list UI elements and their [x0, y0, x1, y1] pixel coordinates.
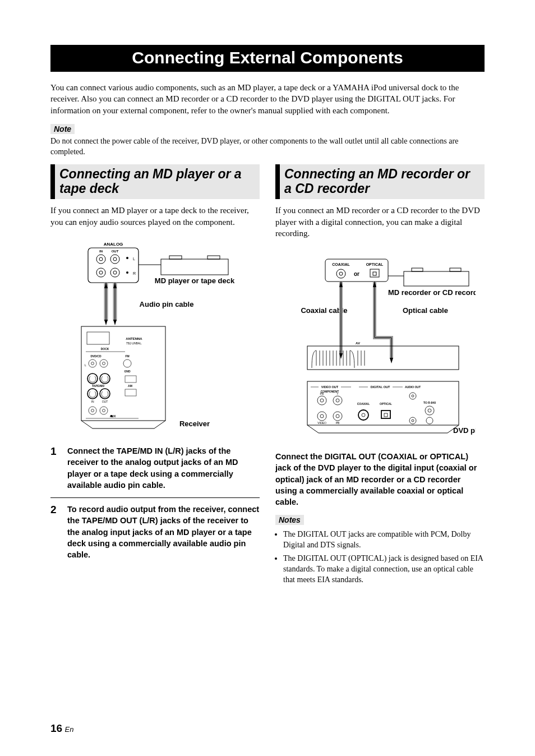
svg-rect-46: [450, 268, 461, 271]
svg-point-25: [102, 362, 105, 365]
svg-point-87: [412, 420, 414, 422]
right-notes-list: The DIGITAL OUT jacks are compatible wit…: [275, 529, 485, 586]
svg-point-33: [89, 407, 96, 414]
svg-point-90: [426, 417, 433, 424]
dia-receiver-label: Receiver: [179, 420, 209, 428]
left-diagram: ANALOG IN OUT L R MD player or tape deck: [50, 237, 260, 435]
step-2: 2 To record audio output from the receiv…: [50, 504, 260, 567]
svg-point-1: [96, 255, 105, 264]
dia-pb: PB: [335, 421, 339, 425]
svg-point-9: [126, 257, 128, 259]
svg-marker-50: [390, 358, 393, 363]
step-1-text: Connect the TAPE/MD IN (L/R) jacks of th…: [67, 445, 260, 491]
svg-rect-44: [404, 271, 469, 286]
svg-point-41: [339, 272, 343, 275]
svg-point-76: [317, 412, 326, 421]
dia-dvdcd: DVD/CD: [90, 354, 102, 358]
page-banner: Connecting External Components: [50, 45, 485, 72]
svg-point-78: [333, 412, 342, 421]
svg-rect-20: [87, 332, 109, 344]
svg-point-34: [91, 409, 94, 412]
step-2-num: 2: [50, 504, 59, 560]
left-section-header: Connecting an MD player or a tape deck: [50, 164, 260, 200]
svg-point-6: [99, 271, 103, 274]
svg-point-81: [362, 413, 365, 417]
left-section-intro: If you connect an MD player or a tape de…: [50, 205, 260, 228]
dia-am: AM: [128, 384, 132, 388]
svg-rect-83: [384, 413, 388, 417]
svg-point-85: [412, 395, 414, 397]
step-1: 1 Connect the TAPE/MD IN (L/R) jacks of …: [50, 445, 260, 498]
left-column: Connecting an MD player or a tape deck I…: [50, 164, 260, 589]
svg-point-24: [100, 359, 108, 367]
svg-point-4: [113, 257, 117, 261]
svg-rect-45: [412, 268, 423, 271]
dia-md-player-label: MD player or tape deck: [154, 276, 234, 285]
right-notes-label: Notes: [275, 515, 304, 525]
svg-point-40: [336, 269, 345, 278]
dia-audio-pin-cable: Audio pin cable: [139, 300, 193, 308]
right-section-header: Connecting an MD recorder or a CD record…: [275, 164, 485, 200]
svg-point-80: [358, 410, 368, 420]
dia-audio-out: AUDIO OUT: [404, 385, 420, 389]
svg-point-74: [333, 396, 342, 405]
svg-point-38: [110, 415, 113, 417]
dia-fm: FM: [125, 354, 129, 358]
svg-rect-82: [381, 411, 390, 418]
dia-in-label: IN: [99, 250, 103, 253]
svg-rect-42: [370, 269, 379, 277]
dia-pr: PR: [320, 392, 324, 395]
dia-video-out: VIDEO OUT: [321, 385, 338, 389]
svg-rect-13: [207, 256, 220, 259]
page-number-main: 16: [50, 722, 62, 734]
dia-coax-lbl: COAXIAL: [332, 262, 350, 266]
page-number: 16 En: [50, 722, 74, 735]
step-1-num: 1: [50, 445, 59, 491]
dia-coaxial2: COAXIAL: [357, 402, 370, 405]
svg-point-86: [409, 417, 416, 424]
dia-l2: L: [85, 363, 86, 367]
svg-point-89: [428, 409, 431, 412]
svg-rect-52: [307, 346, 459, 370]
dia-gnd: GND: [124, 370, 131, 373]
dia-opt-lbl: OPTICAL: [366, 262, 383, 266]
svg-point-88: [425, 406, 434, 415]
svg-point-77: [320, 414, 324, 418]
dia-optical2: OPTICAL: [380, 402, 392, 405]
dia-l-label: L: [133, 257, 135, 261]
svg-point-5: [96, 268, 105, 277]
dia-tapemd: TAPE/MD: [91, 384, 104, 388]
svg-point-79: [336, 414, 339, 418]
svg-point-22: [89, 359, 96, 367]
svg-point-72: [317, 396, 326, 405]
dia-dvd-label: DVD player: [453, 426, 476, 435]
svg-point-36: [102, 409, 105, 412]
note-label: Note: [50, 124, 75, 134]
svg-point-3: [110, 255, 119, 264]
dia-r-label: R: [133, 271, 136, 275]
svg-point-2: [99, 257, 103, 261]
svg-rect-12: [169, 256, 182, 259]
dia-dock: DOCK: [100, 347, 109, 351]
svg-marker-16: [113, 320, 117, 325]
right-section-intro: If you connect an MD recorder or a CD re…: [275, 205, 485, 239]
right-note-1: The DIGITAL OUT jacks are compatible wit…: [283, 529, 485, 551]
note-text: Do not connect the power cable of the re…: [50, 136, 485, 158]
right-note-2: The DIGITAL OUT (OPTICAL) jack is design…: [283, 554, 485, 586]
step-2-text: To record audio output from the receiver…: [67, 504, 260, 560]
svg-point-84: [409, 393, 416, 399]
svg-point-23: [91, 362, 94, 365]
page-number-suffix: En: [65, 725, 74, 734]
dia-digital-out: DIGITAL OUT: [370, 385, 390, 389]
dia-in2: IN: [91, 400, 94, 403]
right-column: Connecting an MD recorder or a CD record…: [275, 164, 485, 589]
svg-rect-11: [161, 259, 228, 275]
dia-out-label: OUT: [111, 250, 118, 253]
svg-point-8: [113, 271, 117, 274]
dia-or: or: [354, 271, 359, 277]
svg-point-75: [336, 399, 339, 402]
svg-point-35: [100, 407, 108, 414]
svg-point-26: [123, 359, 131, 367]
dia-unbal: 75Ω UNBAL.: [126, 342, 142, 345]
dia-video: VIDEO: [317, 421, 326, 425]
